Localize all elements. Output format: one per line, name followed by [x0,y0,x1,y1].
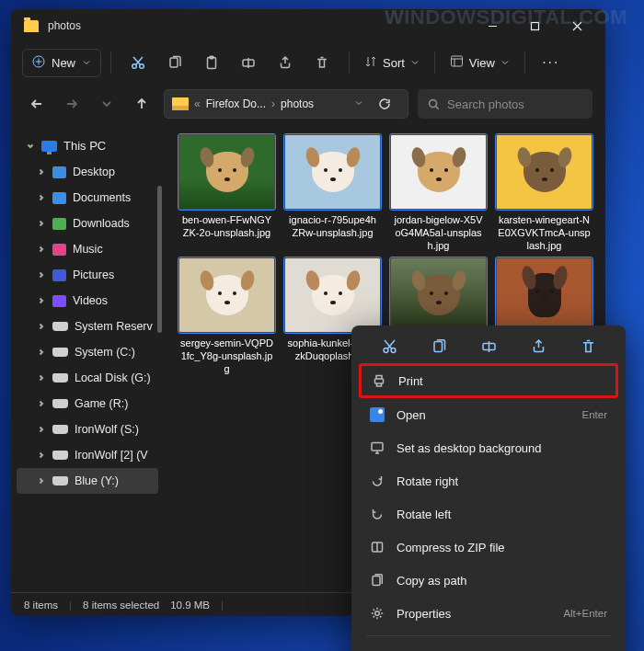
ctx-dropbox[interactable]: Dropbox › [357,642,620,651]
svg-rect-8 [451,56,462,66]
search-icon [428,98,440,110]
copy-icon[interactable] [431,338,447,354]
divider [524,51,525,74]
pc-icon [41,141,57,152]
svg-rect-4 [170,58,178,67]
view-icon [450,54,464,71]
new-button[interactable]: New [22,49,101,77]
more-button[interactable]: ··· [535,54,568,71]
ctx-set-background[interactable]: Set as desktop background [357,431,620,464]
ctx-properties[interactable]: Properties Alt+Enter [357,597,620,630]
ctx-rotate-right[interactable]: Rotate right [357,464,620,497]
context-menu: Print Open Enter Set as desktop backgrou… [351,326,626,651]
refresh-button[interactable] [369,97,400,110]
drive-icon [52,476,68,485]
documents-icon [52,192,66,204]
sort-button[interactable]: Sort [359,50,425,76]
scrollbar[interactable] [157,186,162,333]
sidebar-item-pictures[interactable]: Pictures [11,262,164,288]
search-placeholder: Search photos [447,97,524,111]
file-item[interactable]: ben-owen-FFwNGYZK-2o-unsplash.jpg [178,134,275,252]
chevron-right-icon: › [271,97,275,110]
open-icon [370,407,385,422]
crumb-sep: « [194,97,201,110]
file-name: ben-owen-FFwNGYZK-2o-unsplash.jpg [178,214,275,240]
svg-rect-14 [375,379,384,383]
desktop-icon [52,166,66,178]
file-name: ignacio-r-795upe4hZRw-unsplash.jpg [284,214,381,240]
file-item[interactable]: sergey-semin-VQPD1fc_Y8g-unsplash.jpg [178,257,275,375]
delete-button[interactable] [305,48,339,77]
delete-icon[interactable] [581,338,596,354]
sidebar-item-drive[interactable]: IronWolf [2] (V [11,442,164,468]
search-input[interactable]: Search photos [418,89,592,119]
sidebar-item-documents[interactable]: Documents [11,185,164,211]
svg-point-10 [384,348,388,353]
breadcrumb-current[interactable]: photos [281,97,314,110]
svg-point-9 [430,99,437,107]
svg-rect-12 [434,342,443,352]
sidebar-item-drive[interactable]: System (C:) [11,339,164,365]
svg-point-11 [391,348,396,353]
breadcrumb-parent[interactable]: Firefox Do... [206,97,266,110]
desktop-icon [370,440,385,455]
toolbar: New Sort View ··· [11,42,605,83]
rename-button[interactable] [231,48,266,77]
ctx-open[interactable]: Open Enter [357,398,620,431]
svg-point-18 [375,611,380,616]
sidebar-item-desktop[interactable]: Desktop [11,159,164,185]
svg-rect-15 [372,443,383,451]
separator [366,635,611,636]
sidebar-this-pc[interactable]: This PC [11,132,164,159]
minimize-button[interactable] [471,12,513,40]
sidebar-item-drive[interactable]: Blue (Y:) [17,468,158,494]
ctx-compress[interactable]: Compress to ZIP file [357,531,620,564]
share-button[interactable] [268,48,303,77]
address-bar[interactable]: « Firefox Do... › photos [164,89,408,119]
file-item[interactable]: karsten-winegeart-NE0XGVKTmcA-unsplash.j… [496,134,592,252]
up-button[interactable] [129,91,155,117]
sidebar-item-drive[interactable]: Game (R:) [11,391,164,417]
paste-button[interactable] [194,48,229,77]
view-button[interactable]: View [444,49,515,76]
maximize-button[interactable] [513,12,556,40]
file-item[interactable]: jordan-bigelow-X5VoG4MA5aI-unsplash.jpg [390,134,487,252]
sidebar-item-videos[interactable]: Videos [11,288,164,314]
divider [349,51,350,74]
sidebar-item-drive[interactable]: Local Disk (G:) [11,365,164,391]
chevron-down-icon[interactable] [354,97,363,110]
forward-button[interactable] [59,91,85,117]
sidebar-item-drive[interactable]: System Reserv [11,314,164,339]
ctx-copy-path[interactable]: Copy as path [357,564,620,597]
sidebar-item-drive[interactable]: IronWolf (S:) [11,417,164,442]
svg-point-3 [140,64,144,69]
ctx-rotate-left[interactable]: Rotate left [357,497,620,531]
sidebar-item-music[interactable]: Music [11,236,164,262]
drive-icon [52,451,68,460]
sidebar-item-downloads[interactable]: Downloads [11,211,164,236]
rotate-left-icon [370,507,385,521]
pictures-icon [52,269,66,281]
file-name: karsten-winegeart-NE0XGVKTmcA-unsplash.j… [496,214,592,252]
rename-icon[interactable] [481,338,497,354]
file-item[interactable]: ignacio-r-795upe4hZRw-unsplash.jpg [284,134,381,252]
copy-button[interactable] [157,48,192,77]
music-icon [52,244,66,256]
chevron-down-icon [500,56,510,70]
close-button[interactable] [556,12,598,40]
drive-icon [52,373,68,383]
status-count: 8 items [24,600,58,611]
recent-button[interactable] [94,91,120,117]
cut-icon[interactable] [382,338,397,354]
cut-button[interactable] [121,48,155,77]
file-name: jordan-bigelow-X5VoG4MA5aI-unsplash.jpg [390,214,487,252]
ctx-print[interactable]: Print [359,363,618,398]
share-icon[interactable] [531,338,546,354]
chevron-down-icon [410,56,420,70]
videos-icon [52,295,66,307]
new-label: New [52,56,75,70]
back-button[interactable] [24,91,50,117]
file-name: sergey-semin-VQPD1fc_Y8g-unsplash.jpg [178,337,275,375]
downloads-icon [52,218,66,230]
window-title: photos [48,19,471,32]
